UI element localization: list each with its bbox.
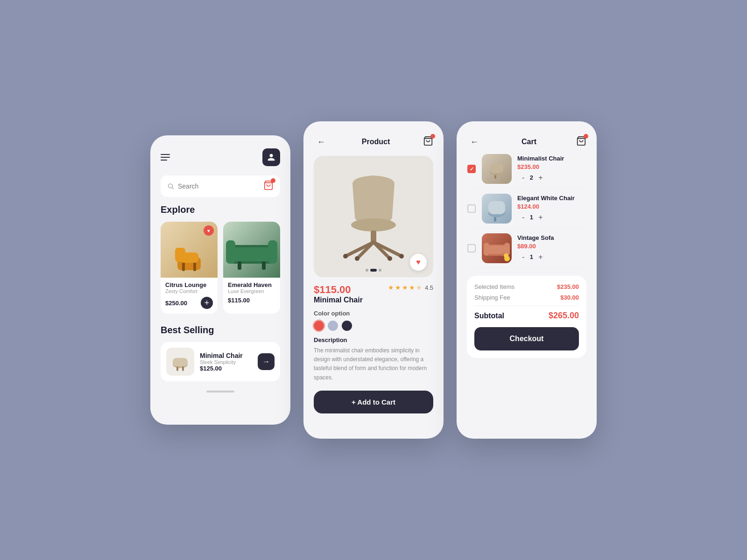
color-options — [314, 321, 433, 331]
product-header: ← Product — [314, 134, 433, 149]
emerald-image — [223, 222, 280, 278]
shipping-row: Shipping Fee $30.00 — [474, 294, 579, 301]
product-name: Minimal Chair — [314, 296, 363, 304]
svg-rect-17 — [182, 366, 184, 371]
search-bar[interactable] — [161, 175, 280, 197]
cart-checkbox-2[interactable] — [467, 244, 476, 253]
svg-rect-16 — [176, 366, 178, 371]
cart-item-img-1 — [482, 194, 512, 224]
search-icon — [167, 182, 174, 190]
color-swatch-red[interactable] — [314, 321, 324, 331]
star-rating: ★ ★ ★ ★ ★ 4.5 — [388, 284, 433, 291]
search-input[interactable] — [178, 182, 260, 190]
best-selling-subtitle: Sleek Simplicity — [200, 359, 252, 365]
summary-divider — [474, 306, 579, 306]
cart-item-2: Vintage Sofa $89.00 - 1 + — [467, 229, 586, 268]
card-subtitle: Zesty Comfort — [165, 288, 213, 294]
qty-decrease-1[interactable]: - — [522, 213, 524, 222]
cart-item-price-0: $235.00 — [517, 163, 586, 170]
cart-header-icon[interactable] — [576, 136, 586, 148]
cart-item-0: Minimalist Chair $235.00 - 2 + — [467, 149, 586, 189]
qty-increase-1[interactable]: + — [538, 213, 543, 222]
selected-items-row: Selected Items $235.00 — [474, 283, 579, 290]
best-selling-card[interactable]: Minimal Chair Sleek Simplicity $125.00 → — [161, 342, 280, 381]
cart-summary: Selected Items $235.00 Shipping Fee $30.… — [467, 276, 586, 358]
qty-control-2: - 1 + — [517, 252, 548, 263]
color-swatch-blue[interactable] — [328, 321, 338, 331]
svg-point-26 — [399, 254, 404, 259]
qty-increase-2[interactable]: + — [538, 253, 543, 261]
card-price: $250.00 — [165, 300, 187, 307]
best-selling-name: Minimal Chair — [200, 352, 252, 359]
explore-card-emerald[interactable]: Emerald Haven Luxe Evergreen $115.00 — [223, 222, 280, 314]
favorite-badge[interactable] — [204, 225, 214, 236]
svg-rect-6 — [193, 262, 196, 271]
subtotal-row: Subtotal $265.00 — [474, 311, 579, 321]
explore-title: Explore — [161, 204, 280, 215]
profile-button[interactable] — [262, 148, 280, 166]
cart-item-name-0: Minimalist Chair — [517, 155, 586, 162]
qty-control-0: - 2 + — [517, 172, 548, 183]
qty-increase-0[interactable]: + — [538, 174, 543, 182]
qty-num-2: 1 — [528, 253, 535, 260]
best-selling-price: $125.00 — [200, 365, 252, 372]
qty-num-1: 1 — [528, 214, 535, 221]
checkout-button[interactable]: Checkout — [474, 327, 579, 350]
home-header — [161, 148, 280, 166]
product-price: $115.00 — [314, 284, 363, 296]
explore-grid: Citrus Lounge Zesty Comfort $250.00 + — [161, 222, 280, 314]
color-swatch-dark[interactable] — [342, 321, 352, 331]
svg-point-27 — [355, 256, 359, 261]
selected-items-value: $235.00 — [557, 283, 579, 290]
cart-item-img-0 — [482, 154, 512, 184]
cart-item-price-1: $124.00 — [517, 203, 586, 210]
svg-rect-5 — [182, 262, 185, 271]
subtotal-value: $265.00 — [549, 311, 579, 321]
svg-rect-39 — [488, 245, 505, 254]
rating-number: 4.5 — [425, 284, 433, 291]
shipping-value: $30.00 — [560, 294, 579, 301]
qty-decrease-2[interactable]: - — [522, 253, 524, 261]
product-screen: ← Product — [303, 121, 444, 439]
cart-item-price-2: $89.00 — [517, 243, 586, 250]
favorite-button[interactable] — [410, 254, 427, 271]
cart-item-name-2: Vintage Sofa — [517, 234, 586, 241]
product-page-title: Product — [362, 138, 390, 146]
cart-badge — [271, 178, 275, 183]
cart-icon-button[interactable] — [423, 136, 433, 148]
menu-button[interactable] — [161, 154, 170, 161]
svg-line-1 — [172, 188, 173, 189]
subtotal-label: Subtotal — [474, 312, 504, 320]
svg-point-0 — [169, 184, 173, 188]
cart-title: Cart — [521, 138, 536, 146]
description-text: The minimalist chair embodies simplicity… — [314, 346, 433, 382]
back-button[interactable]: ← — [314, 134, 329, 149]
cart-screen: ← Cart — [457, 121, 597, 439]
cart-button[interactable] — [263, 180, 274, 192]
explore-card-citrus[interactable]: Citrus Lounge Zesty Comfort $250.00 + — [161, 222, 218, 314]
qty-num-0: 2 — [528, 174, 535, 181]
card-subtitle: Luxe Evergreen — [228, 288, 275, 294]
svg-rect-15 — [173, 358, 188, 366]
cart-checkbox-0[interactable] — [467, 164, 476, 174]
screens-container: Explore Ci — [150, 121, 597, 439]
svg-point-25 — [343, 254, 348, 259]
best-selling-image — [166, 348, 194, 376]
qty-decrease-0[interactable]: - — [522, 174, 524, 182]
card-name: Emerald Haven — [228, 281, 275, 288]
cart-item-name-1: Elegant White Chair — [517, 195, 586, 202]
cart-badge — [430, 134, 435, 139]
add-to-cart-button[interactable]: + Add to Cart — [314, 391, 433, 413]
color-label: Color option — [314, 310, 433, 317]
svg-rect-32 — [494, 175, 496, 179]
card-name: Citrus Lounge — [165, 281, 213, 288]
svg-rect-13 — [262, 261, 266, 270]
best-selling-arrow[interactable]: → — [258, 353, 275, 370]
description-label: Description — [314, 336, 433, 343]
shipping-label: Shipping Fee — [474, 294, 510, 301]
cart-header-badge — [584, 134, 588, 139]
cart-back-button[interactable]: ← — [467, 134, 482, 149]
best-selling-title: Best Selling — [161, 325, 280, 336]
cart-checkbox-1[interactable] — [467, 204, 476, 213]
add-to-cart-button[interactable]: + — [201, 297, 213, 309]
